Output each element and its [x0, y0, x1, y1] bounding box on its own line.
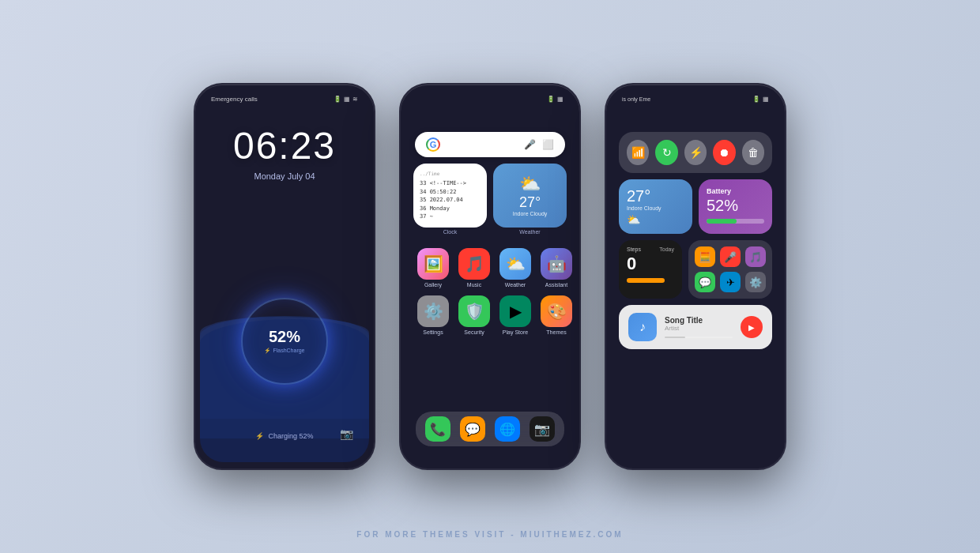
phone-lockscreen: Emergency calls 🔋 ▦ ≋ 06:23 Monday July …: [194, 83, 375, 470]
mini-app-calc[interactable]: 🧮: [695, 246, 715, 267]
security-label: Security: [464, 329, 484, 335]
control-toggles: 📶 ↻ ⚡ ⏺ 🗑: [619, 132, 772, 173]
settings-icon[interactable]: ⚙️: [417, 295, 449, 327]
steps-count: 0: [627, 254, 674, 274]
steps-bar: [627, 278, 665, 283]
control-status-left: is only Eme: [622, 96, 650, 102]
weather-city-control: Indore Cloudy: [627, 205, 684, 211]
steps-title: Steps: [627, 246, 641, 252]
app-grid-row1: 🖼️ Gallery 🎵 Music ⛅ Weather 🤖 Assistant: [405, 244, 575, 292]
steps-widget: Steps Today 0: [619, 240, 682, 299]
clock-line5: 37 ~: [420, 213, 481, 221]
lockscreen-screen: Emergency calls 🔋 ▦ ≋ 06:23 Monday July …: [200, 91, 369, 462]
more-toggle[interactable]: 🗑: [742, 140, 764, 165]
dock-camera[interactable]: 📷: [530, 416, 555, 442]
watermark-text: FOR MORE THEMES VISIT - MIUITHEMEZ.COM: [0, 530, 980, 539]
status-bar-lock: Emergency calls 🔋 ▦ ≋: [200, 91, 369, 104]
app-assistant[interactable]: 🤖 Assistant: [541, 248, 572, 288]
clock-line3: 35 2022.07.04: [420, 196, 481, 205]
settings-label: Settings: [423, 329, 443, 335]
battery-widget-control: Battery 52%: [699, 179, 772, 234]
themes-label: Themes: [546, 329, 566, 335]
mini-app-purple[interactable]: 🎵: [745, 246, 766, 267]
app-weather[interactable]: ⛅ Weather: [499, 248, 531, 288]
phone-homescreen: 🔋 ▦ G 🎤 ⬜ ../Time 33 <!--TIME--> 34: [399, 83, 581, 470]
themes-icon[interactable]: 🎨: [541, 295, 572, 327]
signal-icon-home: ▦: [557, 96, 564, 103]
app-themes[interactable]: 🎨 Themes: [541, 295, 572, 335]
control-panel: 📶 ↻ ⚡ ⏺ 🗑 27° Indore Cloudy ⛅ Battery: [611, 104, 780, 356]
lens-icon[interactable]: ⬜: [542, 139, 554, 150]
refresh-toggle[interactable]: ↻: [655, 140, 677, 165]
bluetooth-toggle[interactable]: ⚡: [684, 140, 707, 165]
wifi-toggle[interactable]: 📶: [627, 140, 649, 165]
lock-date-display: Monday July 04: [200, 171, 369, 181]
google-search-bar[interactable]: G 🎤 ⬜: [415, 132, 565, 157]
weather-widget-control: 27° Indore Cloudy ⛅: [619, 179, 692, 234]
security-icon[interactable]: 🛡️: [458, 295, 490, 327]
battery-title-control: Battery: [707, 187, 764, 195]
weather-battery-row: 27° Indore Cloudy ⛅ Battery 52%: [619, 179, 772, 234]
weather-app-icon[interactable]: ⛅: [499, 248, 531, 280]
battery-inner-info: 52% ⚡ FlashCharge: [264, 328, 304, 354]
widgets-row: ../Time 33 <!--TIME--> 34 05:50:22 35 20…: [413, 164, 567, 236]
status-bar-home: 🔋 ▦: [405, 91, 575, 104]
app-dock: 📞 💬 🌐 📷: [416, 412, 564, 446]
clock-widget: ../Time 33 <!--TIME--> 34 05:50:22 35 20…: [413, 164, 487, 228]
mini-app-mic[interactable]: 🎤: [720, 246, 741, 267]
camera-shortcut-icon[interactable]: 📷: [340, 427, 353, 440]
music-icon[interactable]: 🎵: [458, 248, 490, 280]
app-playstore[interactable]: ▶ Play Store: [499, 295, 531, 335]
status-icons-lock: 🔋 ▦ ≋: [334, 96, 358, 103]
record-toggle[interactable]: ⏺: [713, 140, 735, 165]
clock-title: ../Time: [420, 170, 481, 177]
dock-messages[interactable]: 💬: [460, 416, 485, 442]
app-music[interactable]: 🎵 Music: [458, 248, 490, 288]
music-album-art: ♪: [628, 313, 657, 341]
music-play-button[interactable]: ▶: [741, 316, 763, 338]
mini-app-grid: 🧮 🎤 🎵 💬 ✈ ⚙️: [688, 240, 772, 299]
mini-app-settings[interactable]: ⚙️: [745, 272, 766, 292]
music-info: Song Title Artist: [665, 316, 733, 338]
lock-time-display: 06:23: [200, 124, 369, 167]
music-progress-bar: [665, 337, 733, 338]
battery-bar-container: [707, 219, 764, 224]
steps-today-label: Today: [659, 246, 674, 252]
battery-circle-widget: 52% ⚡ FlashCharge: [245, 302, 324, 381]
homescreen-screen: 🔋 ▦ G 🎤 ⬜ ../Time 33 <!--TIME--> 34: [405, 91, 575, 462]
app-security[interactable]: 🛡️ Security: [458, 295, 490, 335]
app-settings[interactable]: ⚙️ Settings: [417, 295, 449, 335]
battery-percent-lock: 52%: [264, 328, 304, 346]
charging-icon: ⚡: [255, 432, 264, 440]
weather-widget: ⛅ 27° Indore Cloudy: [493, 164, 567, 228]
music-label: Music: [467, 282, 481, 288]
dock-browser[interactable]: 🌐: [495, 416, 520, 442]
music-progress-fill: [665, 337, 685, 338]
weather-widget-label: Weather: [493, 229, 567, 235]
assistant-icon[interactable]: 🤖: [541, 248, 572, 280]
gallery-icon[interactable]: 🖼️: [417, 248, 449, 280]
weather-app-label: Weather: [505, 282, 526, 288]
emergency-calls-label: Emergency calls: [211, 96, 258, 103]
battery-bar-fill: [707, 219, 737, 224]
mic-icon[interactable]: 🎤: [524, 139, 536, 150]
google-logo: G: [426, 137, 440, 152]
music-artist: Artist: [665, 325, 733, 332]
battery-icon-lock: 🔋: [334, 96, 341, 103]
control-screen: is only Eme 🔋 ▦ 📶 ↻ ⚡ ⏺ 🗑: [611, 91, 780, 462]
clock-line4: 36 Monday: [420, 205, 481, 213]
app-gallery[interactable]: 🖼️ Gallery: [417, 248, 449, 288]
battery-icon-home: 🔋: [547, 96, 555, 103]
music-title: Song Title: [665, 316, 733, 325]
flash-charge-label: ⚡ FlashCharge: [264, 348, 304, 354]
mini-app-whatsapp[interactable]: 💬: [695, 272, 715, 292]
playstore-label: Play Store: [503, 329, 528, 335]
clock-widget-container: ../Time 33 <!--TIME--> 34 05:50:22 35 20…: [413, 164, 487, 236]
mini-app-telegram[interactable]: ✈: [720, 272, 741, 292]
dock-phone[interactable]: 📞: [425, 416, 450, 442]
status-icons-home: 🔋 ▦: [547, 96, 564, 103]
weather-icon-control: ⛅: [627, 213, 684, 226]
clock-line2: 34 05:50:22: [420, 188, 481, 197]
playstore-icon[interactable]: ▶: [499, 295, 531, 327]
clock-widget-label: Clock: [413, 229, 487, 235]
